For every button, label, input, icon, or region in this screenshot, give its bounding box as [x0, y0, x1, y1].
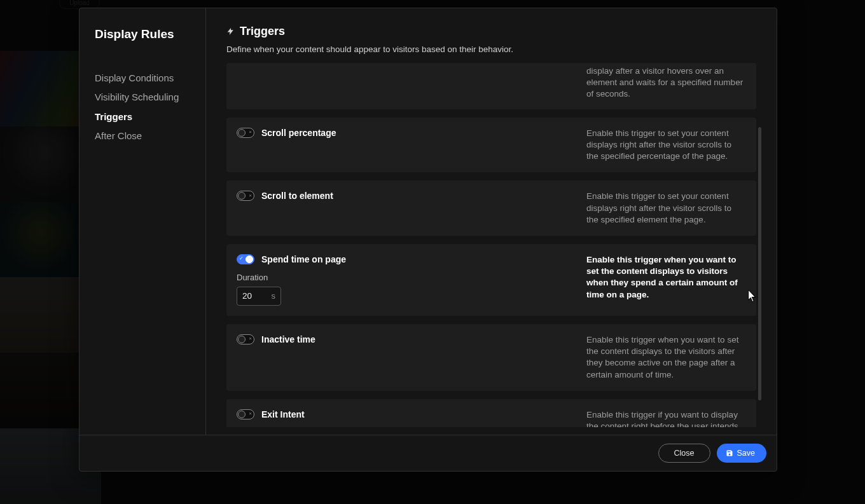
close-button[interactable]: Close: [658, 444, 710, 463]
page-subtitle: Define when your content should appear t…: [226, 44, 770, 54]
display-rules-modal: Display Rules Display Conditions Visibil…: [79, 8, 777, 472]
trigger-card-scroll-percentage: ×✓ Scroll percentage Enable this trigger…: [226, 118, 756, 173]
duration-unit: s: [272, 291, 276, 301]
trigger-card-spend-time: ×✓ Spend time on page Duration s: [226, 244, 756, 316]
duration-input[interactable]: [242, 291, 269, 301]
sidebar-item-display-conditions[interactable]: Display Conditions: [95, 72, 191, 85]
toggle-scroll-percentage[interactable]: ×✓: [237, 128, 254, 138]
toggle-exit-intent[interactable]: ×✓: [237, 409, 254, 419]
trigger-card-hover: display after a visitor hovers over an e…: [226, 63, 756, 109]
trigger-description: display after a visitor hovers over an e…: [586, 65, 744, 100]
scrollbar-thumb[interactable]: [758, 127, 761, 400]
sidebar-item-visibility-scheduling[interactable]: Visibility Scheduling: [95, 91, 191, 104]
modal-sidebar: Display Rules Display Conditions Visibil…: [80, 8, 206, 435]
trigger-description: Enable this trigger if you want to displ…: [586, 409, 744, 427]
save-icon: [726, 449, 733, 457]
triggers-scroll-area[interactable]: display after a visitor hovers over an e…: [226, 63, 770, 427]
trigger-name: Scroll to element: [261, 191, 333, 201]
trigger-description: Enable this trigger to set your content …: [586, 128, 744, 163]
trigger-description: Enable this trigger to set your content …: [586, 191, 744, 226]
toggle-inactive-time[interactable]: ×✓: [237, 334, 254, 344]
trigger-card-scroll-element: ×✓ Scroll to element Enable this trigger…: [226, 180, 756, 236]
save-button[interactable]: Save: [717, 444, 767, 463]
lightning-icon: [226, 26, 235, 37]
scrollbar-track[interactable]: [758, 79, 761, 402]
trigger-card-exit-intent: ×✓ Exit Intent Enable this trigger if yo…: [226, 399, 756, 427]
modal-footer: Close Save: [80, 435, 777, 471]
toggle-spend-time[interactable]: ×✓: [237, 254, 254, 264]
trigger-description: Enable this trigger when you want to set…: [586, 254, 744, 301]
save-button-label: Save: [737, 449, 756, 458]
main-content: Triggers Define when your content should…: [206, 8, 777, 435]
sidebar-item-triggers[interactable]: Triggers: [95, 111, 191, 123]
trigger-card-inactive-time: ×✓ Inactive time Enable this trigger whe…: [226, 324, 756, 391]
trigger-name: Exit Intent: [261, 409, 305, 419]
trigger-name: Scroll percentage: [261, 128, 336, 138]
sidebar-title: Display Rules: [95, 27, 191, 41]
trigger-name: Spend time on page: [261, 254, 346, 264]
trigger-name: Inactive time: [261, 334, 315, 344]
duration-input-wrap[interactable]: s: [237, 287, 281, 306]
page-title: Triggers: [240, 25, 285, 38]
trigger-description: Enable this trigger when you want to set…: [586, 334, 744, 381]
sidebar-item-after-close[interactable]: After Close: [95, 130, 191, 142]
toggle-scroll-element[interactable]: ×✓: [237, 191, 254, 201]
duration-label: Duration: [237, 273, 567, 282]
